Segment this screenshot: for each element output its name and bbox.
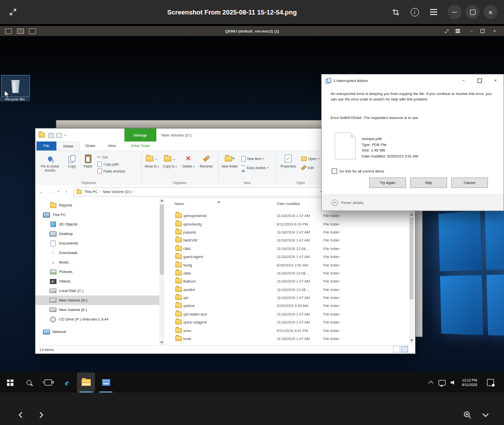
qemu-maximize-button[interactable] [478, 26, 488, 36]
file-row[interactable]: fwcfg6/15/2024 2:51 AMFile folder [164, 260, 408, 268]
file-explorer-taskbar-button[interactable] [77, 372, 95, 392]
copy-button[interactable]: Copy [64, 152, 79, 182]
file-row[interactable]: i38611/18/2024 12:08 ...File folder [164, 244, 408, 252]
start-button[interactable] [1, 372, 19, 392]
crop-button[interactable] [389, 5, 403, 19]
column-name[interactable]: Name [174, 202, 184, 206]
sidebar-item-network[interactable]: Network [35, 327, 159, 336]
paste-shortcut-button[interactable]: Paste shortcut [97, 168, 125, 174]
file-row[interactable]: spice-vdagent11/18/2024 1:47 AMFile fold… [164, 318, 408, 326]
qemu-monitor-icon[interactable] [17, 28, 24, 34]
file-row[interactable]: guest-agent11/18/2024 1:47 AMFile folder [164, 252, 408, 260]
qemu-menu-button[interactable] [453, 26, 463, 36]
rename-button[interactable]: Rename [197, 152, 215, 182]
sidebar-item-local-disk-c-[interactable]: Local Disk (C:) [35, 286, 159, 296]
fullscreen-button[interactable] [6, 5, 20, 19]
tab-drive-tools[interactable]: Drive Tools [124, 142, 156, 150]
file-row[interactable]: sriov9/11/2024 9:01 PMFile folder [164, 326, 408, 334]
sidebar-item-reports[interactable]: Reports [35, 200, 159, 210]
sidebar-item-3d-objects[interactable]: 3D Objects [35, 220, 159, 229]
up-button[interactable]: ↑ [62, 186, 70, 198]
qat-properties-icon[interactable] [48, 133, 54, 138]
cancel-button[interactable]: Cancel [451, 178, 488, 188]
blue-app-taskbar-button[interactable] [97, 372, 115, 392]
action-center-button[interactable] [482, 372, 500, 392]
tab-view[interactable]: View [102, 142, 121, 150]
zoom-button[interactable] [460, 407, 476, 423]
do-for-all-checkbox[interactable]: Do this for all current items [332, 168, 384, 174]
easy-access-button[interactable]: Easy access▾ [241, 164, 269, 171]
volume-tray-icon[interactable] [448, 372, 459, 392]
dialog-minimize-button[interactable]: − [456, 74, 472, 86]
file-row[interactable]: qxldod3/29/2023 3:53 AMFile folder [164, 302, 408, 310]
sidebar-item-music[interactable]: ♪Music [35, 258, 159, 267]
copy-path-button[interactable]: Copy path [97, 161, 119, 168]
column-date-modified[interactable]: Date modified [277, 202, 300, 206]
manage-contextual-tab[interactable]: Manage [124, 128, 156, 142]
internet-explorer-button[interactable]: e [58, 372, 76, 392]
next-image-button[interactable] [33, 407, 49, 423]
task-view-button[interactable] [39, 372, 57, 392]
maximize-button[interactable] [466, 5, 480, 19]
file-row[interactable]: qemufwcfg8/11/2024 6:24 PMFile folder [164, 220, 408, 228]
sidebar-item-videos[interactable]: Videos [35, 276, 159, 286]
previous-image-button[interactable] [13, 407, 29, 423]
qemu-screen-icon[interactable] [29, 28, 36, 34]
sidebar-item-downloads[interactable]: ↓Downloads [35, 248, 159, 258]
file-row[interactable]: qxl-wddm-dod11/18/2024 1:47 AMFile folde… [164, 310, 408, 318]
file-row[interactable]: pvpanic11/18/2024 1:47 AMFile folder [164, 228, 408, 236]
move-to-button[interactable]: → Move to ▾ [143, 152, 160, 182]
nav-scrollbar[interactable] [159, 198, 164, 346]
fewer-details-toggle[interactable]: Fewer details [322, 194, 504, 210]
file-row[interactable]: NetKVM11/18/2024 1:47 AMFile folder [164, 236, 408, 244]
sidebar-item-desktop[interactable]: Desktop [35, 229, 159, 238]
pin-quick-access-button[interactable]: Pin to Quick access [36, 152, 63, 182]
recent-locations-button[interactable]: ▾ [55, 186, 61, 198]
file-row[interactable]: data11/18/2024 12:08 ...File folder [164, 269, 408, 277]
collapse-controls-button[interactable] [478, 407, 494, 423]
qemu-close-button[interactable]: × [490, 26, 500, 36]
tab-home[interactable]: Home [57, 142, 79, 151]
dialog-maximize-button[interactable] [472, 74, 488, 86]
sidebar-item-cd-drive-f-virtio-win-1-9-44[interactable]: CD Drive (F:) virtio-win-1.9.44 [35, 314, 159, 324]
taskbar-clock[interactable]: 12:12 PM 8/11/2025 [458, 372, 482, 392]
copy-to-button[interactable]: → Copy to ▾ [161, 152, 178, 182]
file-row[interactable]: tools11/18/2024 1:47 AMFile folder [164, 334, 408, 342]
files-scrollbar[interactable] [409, 212, 414, 344]
breadcrumb-this-pc[interactable]: This PC [84, 190, 98, 194]
info-button[interactable]: i [408, 5, 422, 19]
open-button[interactable]: Open▾ [301, 156, 319, 162]
view-list-button[interactable] [393, 346, 400, 352]
file-row[interactable]: amd6411/18/2024 12:08 ...File folder [164, 286, 408, 294]
address-box[interactable]: This PC › New Volume (D:) › ▾ [73, 187, 324, 196]
taskbar-search-button[interactable] [20, 372, 38, 392]
tab-file[interactable]: File [36, 142, 56, 150]
nav-scrollbar-thumb[interactable] [160, 204, 164, 274]
qat-newfolder-icon[interactable] [56, 133, 62, 138]
breadcrumb-new-volume-d[interactable]: New Volume (D:) [103, 190, 131, 194]
edit-button[interactable]: Edit [301, 164, 314, 171]
new-item-button[interactable]: New item▾ [241, 156, 264, 162]
qemu-minimize-button[interactable]: − [467, 26, 477, 36]
sidebar-item-pictures[interactable]: Pictures [35, 267, 159, 276]
dialog-close-button[interactable]: × [488, 74, 504, 86]
qat-customize-caret-icon[interactable]: ▾ [64, 134, 66, 136]
close-button[interactable]: × [484, 5, 498, 19]
sidebar-item-new-volume-d-[interactable]: New Volume (D:) [35, 296, 159, 305]
qemu-display-icon[interactable] [5, 28, 12, 34]
paste-button[interactable]: Paste [80, 152, 95, 182]
sidebar-item-documents[interactable]: Documents [35, 238, 159, 248]
delete-button[interactable]: × Delete ▾ [180, 152, 196, 182]
sidebar-item-new-volume-e-[interactable]: New Volume (E:) [35, 305, 159, 314]
cut-button[interactable]: ✂Cut [97, 154, 107, 160]
skip-button[interactable]: Skip [410, 178, 447, 188]
file-row[interactable]: qxl11/18/2024 1:47 AMFile folder [164, 294, 408, 302]
try-again-button[interactable]: Try Again [369, 178, 406, 188]
properties-button[interactable]: ✓ Properties [278, 152, 298, 182]
qemu-expand-button[interactable] [442, 26, 452, 36]
files-scrollbar-thumb[interactable] [410, 218, 414, 300]
view-icons-button[interactable] [401, 346, 408, 352]
back-button[interactable]: ← [37, 186, 45, 198]
new-folder-button[interactable]: + New folder [221, 152, 238, 182]
menu-button[interactable] [427, 5, 441, 19]
